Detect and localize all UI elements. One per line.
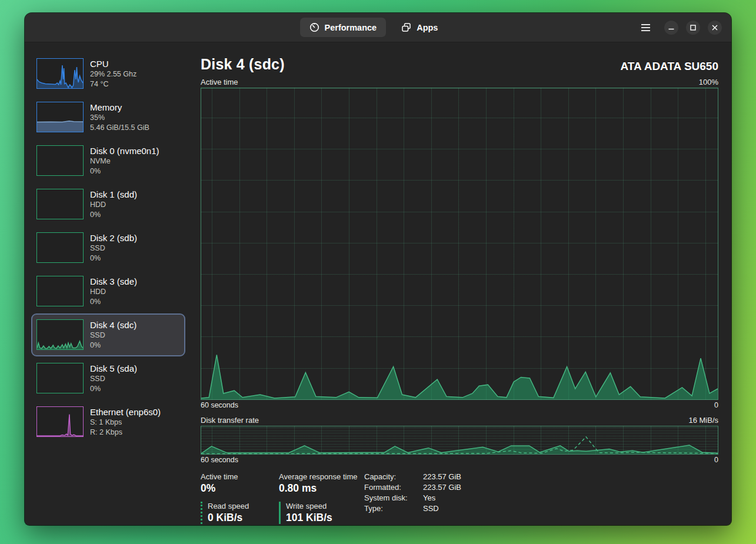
write-speed-label: Write speed bbox=[286, 502, 364, 510]
detail-label: Type: bbox=[364, 504, 415, 513]
sidebar-item-line3: R: 2 Kbps bbox=[90, 428, 161, 438]
sidebar-item-title: Disk 2 (sdb) bbox=[90, 232, 137, 243]
desktop-wallpaper: Performance Apps bbox=[0, 0, 756, 544]
view-switcher: Performance Apps bbox=[300, 13, 448, 42]
sidebar-item-line3: 0% bbox=[90, 253, 137, 263]
sidebar-item-cpu[interactable]: CPU 29% 2.55 Ghz 74 °C bbox=[31, 52, 185, 95]
sidebar-item-text: Disk 0 (nvme0n1) NVMe 0% bbox=[90, 145, 159, 176]
maximize-icon bbox=[690, 25, 696, 31]
disk-stats: Active time 0% Read speed 0 KiB/s Averag… bbox=[201, 472, 718, 524]
sidebar-item-disk5[interactable]: Disk 5 (sda) SSD 0% bbox=[31, 357, 185, 400]
sidebar-item-title: CPU bbox=[90, 58, 136, 69]
detail-value: 223.57 GiB bbox=[423, 483, 461, 492]
sidebar-item-line2: SSD bbox=[90, 243, 137, 253]
detail-value: SSD bbox=[423, 504, 461, 513]
active-time-stat-label: Active time bbox=[201, 472, 279, 481]
active-time-chart-label: Active time bbox=[201, 78, 238, 86]
sidebar-mini-chart bbox=[36, 189, 84, 219]
sidebar-list: CPU 29% 2.55 Ghz 74 °C Memory 35% 5.46 G… bbox=[25, 42, 201, 525]
avg-response-label: Average response time bbox=[279, 472, 364, 481]
sidebar-item-text: Disk 2 (sdb) SSD 0% bbox=[90, 232, 137, 263]
sidebar-item-line2: HDD bbox=[90, 200, 137, 210]
sidebar-mini-chart bbox=[36, 319, 84, 350]
tab-apps-label: Apps bbox=[417, 23, 438, 32]
sidebar-item-title: Disk 5 (sda) bbox=[90, 363, 137, 374]
maximize-button[interactable] bbox=[686, 21, 700, 35]
sidebar-item-title: Memory bbox=[90, 102, 149, 113]
sidebar-item-line2: S: 1 Kbps bbox=[90, 418, 161, 428]
sidebar-item-ethernet[interactable]: Ethernet (enp6s0) S: 1 Kbps R: 2 Kbps bbox=[31, 401, 185, 443]
sidebar-item-line2: 35% bbox=[90, 113, 149, 123]
close-icon bbox=[712, 25, 718, 31]
active-time-chart bbox=[201, 88, 718, 400]
sidebar-mini-chart bbox=[36, 58, 84, 89]
read-speed-label: Read speed bbox=[208, 502, 279, 510]
sidebar-item-disk0[interactable]: Disk 0 (nvme0n1) NVMe 0% bbox=[31, 139, 185, 182]
active-chart-x-axis: 60 seconds 0 bbox=[201, 401, 718, 409]
menu-icon bbox=[641, 24, 650, 31]
tab-apps[interactable]: Apps bbox=[392, 18, 447, 37]
sidebar-item-disk1[interactable]: Disk 1 (sdd) HDD 0% bbox=[31, 183, 185, 226]
sidebar-item-title: Disk 0 (nvme0n1) bbox=[90, 145, 159, 156]
read-speed-block: Read speed 0 KiB/s bbox=[201, 502, 279, 524]
detail-value: Yes bbox=[423, 493, 461, 502]
sidebar-item-disk3[interactable]: Disk 3 (sde) HDD 0% bbox=[31, 270, 185, 313]
sidebar-mini-chart bbox=[36, 363, 84, 393]
avg-response-value: 0.80 ms bbox=[279, 482, 364, 495]
sidebar-item-line3: 0% bbox=[90, 297, 137, 307]
content-area: CPU 29% 2.55 Ghz 74 °C Memory 35% 5.46 G… bbox=[25, 42, 731, 525]
transfer-chart-labels: Disk transfer rate 16 MiB/s bbox=[201, 416, 718, 425]
transfer-chart-x-axis: 60 seconds 0 bbox=[201, 456, 718, 464]
active-x-right-label: 0 bbox=[714, 401, 718, 409]
transfer-x-right-label: 0 bbox=[714, 456, 718, 464]
sidebar-item-line2: SSD bbox=[90, 331, 136, 341]
sidebar-item-title: Disk 1 (sdd) bbox=[90, 189, 137, 200]
stats-column-1: Active time 0% Read speed 0 KiB/s bbox=[201, 472, 279, 524]
sidebar-mini-chart bbox=[36, 145, 84, 176]
minimize-button[interactable] bbox=[664, 21, 678, 35]
window-controls bbox=[638, 13, 722, 42]
sidebar-item-line2: 29% 2.55 Ghz bbox=[90, 69, 136, 79]
detail-label: System disk: bbox=[364, 493, 415, 502]
sidebar-item-title: Disk 4 (sdc) bbox=[90, 319, 136, 331]
sidebar-item-line3: 5.46 GiB/15.5 GiB bbox=[90, 123, 149, 133]
sidebar-item-line3: 0% bbox=[90, 384, 137, 394]
write-speed-block: Write speed 101 KiB/s bbox=[279, 502, 364, 524]
sidebar-mini-chart bbox=[36, 406, 84, 437]
sidebar-item-line2: SSD bbox=[90, 374, 137, 384]
sidebar-item-line2: NVMe bbox=[90, 156, 159, 166]
write-speed-value: 101 KiB/s bbox=[286, 512, 364, 524]
gauge-icon bbox=[309, 22, 319, 32]
sidebar-item-title: Ethernet (enp6s0) bbox=[90, 406, 161, 418]
sidebar-item-text: Disk 4 (sdc) SSD 0% bbox=[90, 319, 136, 351]
close-button[interactable] bbox=[708, 21, 722, 35]
sidebar-item-line3: 0% bbox=[90, 166, 159, 176]
detail-value: 223.57 GiB bbox=[423, 472, 461, 481]
main-menu-button[interactable] bbox=[638, 20, 653, 35]
active-time-stat-value: 0% bbox=[201, 482, 279, 495]
sidebar-item-disk2[interactable]: Disk 2 (sdb) SSD 0% bbox=[31, 226, 185, 269]
sidebar-item-line3: 0% bbox=[90, 210, 137, 220]
sidebar-item-memory[interactable]: Memory 35% 5.46 GiB/15.5 GiB bbox=[31, 96, 185, 139]
sidebar-item-disk4[interactable]: Disk 4 (sdc) SSD 0% bbox=[31, 313, 185, 356]
disk-model-label: ATA ADATA SU650 bbox=[621, 60, 718, 73]
tab-performance-label: Performance bbox=[325, 23, 377, 32]
transfer-x-left-label: 60 seconds bbox=[201, 456, 238, 464]
tab-performance[interactable]: Performance bbox=[300, 18, 387, 37]
sidebar-mini-chart bbox=[36, 102, 84, 132]
sidebar-item-text: Ethernet (enp6s0) S: 1 Kbps R: 2 Kbps bbox=[90, 406, 161, 438]
detail-label: Formatted: bbox=[364, 483, 415, 492]
active-time-max-label: 100% bbox=[699, 78, 718, 86]
disk-header: Disk 4 (sdc) ATA ADATA SU650 bbox=[201, 56, 718, 73]
sidebar-item-text: Disk 5 (sda) SSD 0% bbox=[90, 363, 137, 394]
sidebar-item-text: Disk 1 (sdd) HDD 0% bbox=[90, 189, 137, 220]
page-title: Disk 4 (sdc) bbox=[201, 56, 285, 73]
sidebar-item-text: Memory 35% 5.46 GiB/15.5 GiB bbox=[90, 102, 149, 133]
sidebar-mini-chart bbox=[36, 232, 84, 263]
transfer-rate-chart-label: Disk transfer rate bbox=[201, 416, 259, 425]
detail-label: Capacity: bbox=[364, 472, 415, 481]
sidebar-item-title: Disk 3 (sde) bbox=[90, 276, 137, 287]
disk-details-table: Capacity: 223.57 GiB Formatted: 223.57 G… bbox=[364, 472, 461, 524]
sidebar-item-line2: HDD bbox=[90, 287, 137, 297]
active-chart-labels: Active time 100% bbox=[201, 78, 718, 86]
